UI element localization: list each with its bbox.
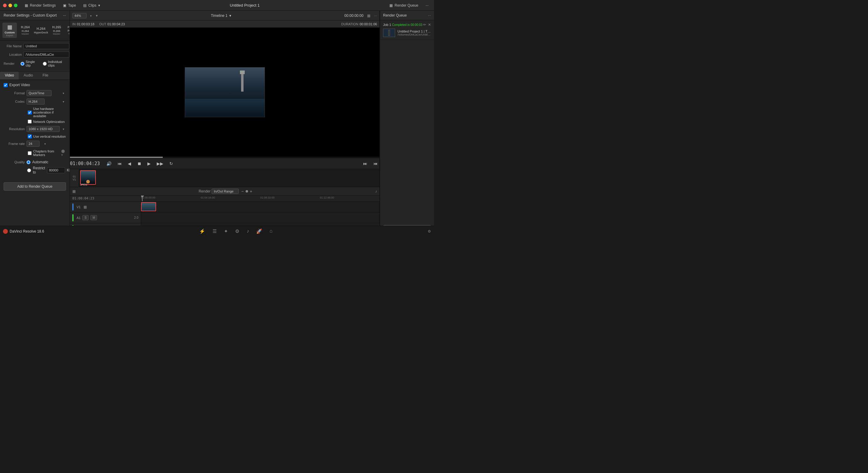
location-input[interactable] <box>24 52 69 58</box>
zoom-select[interactable]: 44% <box>72 13 87 19</box>
preset-custom-export[interactable]: ▦ Custom Export <box>2 23 17 38</box>
codec-label: Codec <box>4 100 25 103</box>
close-button[interactable] <box>3 4 7 7</box>
track-v1-label: V1 <box>76 205 81 209</box>
preset-h264[interactable]: H.264 H.264 Master <box>18 24 33 36</box>
preview-toolbar: 44% ▾ Timeline 1 ▾ 00:00:00:00 ▦ ··· <box>70 11 379 21</box>
job-1-edit-icon[interactable]: ✏ <box>423 23 426 27</box>
automatic-radio[interactable] <box>27 160 30 164</box>
prores-sub: 422 HQ <box>68 32 70 35</box>
individual-clips-radio[interactable] <box>43 62 47 66</box>
network-opt-checkbox[interactable] <box>28 120 32 124</box>
track-a1-level: 2.0 <box>134 216 138 219</box>
tab-file[interactable]: File <box>38 72 53 80</box>
v1-clip[interactable] <box>141 202 156 211</box>
track-a1-s-button[interactable]: S <box>82 215 89 220</box>
restrict-radio[interactable] <box>27 168 31 172</box>
chapters-toggle[interactable]: ⬤ ▾ <box>61 149 66 157</box>
format-row: Format QuickTime <box>4 90 66 96</box>
single-clip-option[interactable]: Single clip <box>21 60 38 67</box>
render-range-select[interactable]: In/Out Range <box>212 189 239 194</box>
framerate-select[interactable]: 24 <box>27 141 39 147</box>
clip-thumbnail[interactable] <box>80 170 96 185</box>
vertical-res-checkbox[interactable] <box>28 134 32 138</box>
file-name-input[interactable] <box>24 43 69 49</box>
media-icon[interactable]: ⚡ <box>199 228 205 234</box>
custom-export-name: Custom <box>4 31 15 34</box>
inout-bar: IN 01:00:03:18 OUT 01:00:04:23 DURATION … <box>70 21 379 28</box>
timecode-value: 00:00:00:00 <box>344 13 364 18</box>
edit-icon[interactable]: ✦ <box>224 228 228 234</box>
next-frame-button[interactable]: ▶▶ <box>155 160 165 167</box>
zoom-out-button[interactable]: − <box>241 189 244 194</box>
track-a1-m-button[interactable]: M <box>90 215 97 220</box>
top-more-button[interactable]: ··· <box>423 3 431 7</box>
restrict-value-input[interactable] <box>47 167 65 173</box>
tab-audio[interactable]: Audio <box>19 72 38 80</box>
play-button[interactable]: ▶ <box>146 160 153 167</box>
add-to-render-queue-button[interactable]: Add to Render Queue <box>4 182 66 191</box>
loop-button[interactable]: ↻ <box>167 160 175 167</box>
timeline-chevron-icon: ▾ <box>229 13 231 18</box>
tape-icon: ▣ <box>63 3 66 7</box>
out-value: 01:00:04:23 <box>107 22 125 26</box>
resolution-dropdown-wrapper: 1080 x 1920 HD <box>27 126 66 132</box>
mute-button[interactable]: 🔊 <box>104 160 113 167</box>
tape-menu[interactable]: ▣ Tape <box>61 0 79 10</box>
duration-label: DURATION <box>341 22 358 26</box>
preview-area[interactable] <box>70 28 379 157</box>
zoom-slider-dot[interactable] <box>246 190 248 192</box>
fairlight-icon[interactable]: 🚀 <box>256 228 262 234</box>
ruler-mark-1: 01:04:16:00 <box>201 196 215 199</box>
maximize-button[interactable] <box>14 4 18 7</box>
preset-prores[interactable]: ProRes ProRes 422 HQ <box>65 24 70 36</box>
minimize-button[interactable] <box>8 4 12 7</box>
more-icon: ··· <box>426 3 429 7</box>
file-name-label: File Name <box>4 44 22 48</box>
single-clip-radio[interactable] <box>21 62 24 66</box>
ruler-track-label: 01:00:04:23 <box>70 195 141 201</box>
preview-more-icon[interactable]: ··· <box>374 13 377 18</box>
settings-icon[interactable]: ⚙ <box>428 229 431 233</box>
format-dropdown-wrapper: QuickTime <box>27 90 66 96</box>
job-1-close-icon[interactable]: ✕ <box>428 23 431 27</box>
render-queue-menu[interactable]: ▦ Render Queue <box>387 3 421 7</box>
zoom-in-button[interactable]: + <box>250 189 252 194</box>
hw-accel-checkbox[interactable] <box>28 111 32 115</box>
skip-to-end-button[interactable]: ⏭ <box>361 160 369 167</box>
timeline-tool-icon[interactable]: ▦ <box>72 189 76 193</box>
timecode-more-icon[interactable]: ▦ <box>367 13 370 18</box>
timeline-toolbar: ▦ Render In/Out Range − + ♪ <box>70 187 379 195</box>
video-thumbnail <box>185 67 265 117</box>
fusion-icon[interactable]: ⚙ <box>235 228 239 234</box>
clips-icon: ▤ <box>83 3 87 7</box>
skip-back-button[interactable]: ⏮ <box>116 160 124 167</box>
individual-clips-option[interactable]: Individual clips <box>43 60 66 67</box>
rq-more-button[interactable]: ··· <box>428 13 431 18</box>
codec-select[interactable]: H.264 <box>27 98 44 104</box>
format-select[interactable]: QuickTime <box>27 90 52 96</box>
stop-button[interactable]: ⏹ <box>135 160 143 167</box>
prev-frame-button[interactable]: ◀ <box>126 160 133 167</box>
top-bar-right: ▦ Render Queue ··· <box>387 3 431 7</box>
export-video-checkbox[interactable] <box>4 83 7 87</box>
chapters-checkbox[interactable] <box>28 151 32 155</box>
preset-h265[interactable]: H.265 H.265 Master <box>50 24 64 36</box>
render-settings-menu[interactable]: ▦ Render Settings <box>22 0 58 10</box>
settings-more-button[interactable]: ··· <box>63 13 66 18</box>
preset-hyperdeck[interactable]: H.264 HyperDeck <box>34 26 48 35</box>
resolution-select[interactable]: 1080 x 1920 HD <box>27 126 60 132</box>
skip-to-start-button[interactable]: ⏮ <box>372 160 379 167</box>
render-queue-job-1: Job 1 Completed in 00:00:03 ✏ ✕ Untitled… <box>380 20 434 40</box>
track-v1: V1 ▦ <box>70 201 379 212</box>
location-row: Location Browse <box>4 52 66 58</box>
color-icon[interactable]: ♪ <box>247 228 249 234</box>
clip-format-label: JPEG <box>80 183 87 186</box>
davinci-logo-icon <box>3 229 8 234</box>
tab-video[interactable]: Video <box>0 72 19 80</box>
cut-icon[interactable]: ☰ <box>213 228 217 234</box>
deliver-icon[interactable]: ⌂ <box>270 228 273 234</box>
clips-menu[interactable]: ▤ Clips ▾ <box>81 0 102 10</box>
ruler-mark-3: 01:12:48:00 <box>320 196 334 199</box>
playback-progress-bar[interactable] <box>70 157 379 158</box>
